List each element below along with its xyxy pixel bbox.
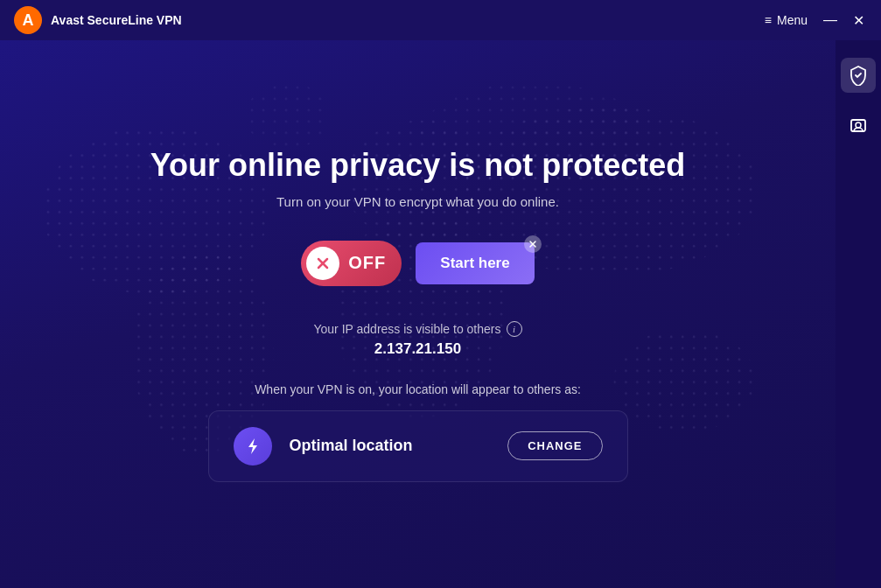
window-controls: — ✕ [822, 11, 867, 29]
ip-section: Your IP address is visible to others i 2… [313, 321, 521, 358]
svg-marker-17 [248, 438, 257, 454]
svg-text:A: A [23, 11, 34, 29]
location-icon [234, 427, 272, 466]
sidebar [836, 40, 881, 588]
main-headline: Your online privacy is not protected [150, 147, 685, 184]
toggle-label: OFF [348, 253, 386, 273]
svg-point-11 [246, 83, 331, 150]
title-bar: A Avast SecureLine VPN ≡ Menu — ✕ [0, 0, 881, 40]
ip-label: Your IP address is visible to others i [313, 321, 521, 337]
start-here-close-button[interactable] [524, 235, 542, 253]
close-button[interactable]: ✕ [850, 11, 867, 29]
svg-rect-2 [851, 120, 865, 131]
person-icon [848, 117, 869, 138]
start-here-button[interactable]: Start here [416, 242, 534, 284]
info-icon[interactable]: i [507, 321, 522, 337]
content-inner: Your online privacy is not protected Tur… [0, 147, 836, 482]
ip-address: 2.137.21.150 [313, 340, 521, 358]
x-icon [315, 256, 331, 271]
hamburger-icon: ≡ [765, 13, 772, 27]
vpn-toggle[interactable]: OFF [301, 241, 402, 286]
toggle-circle [306, 247, 339, 280]
title-bar-left: A Avast SecureLine VPN [14, 6, 182, 34]
minimize-button[interactable]: — [822, 11, 839, 29]
location-description: When your VPN is on, your location will … [255, 382, 581, 396]
location-card: Optimal location CHANGE [208, 410, 628, 482]
location-name: Optimal location [290, 437, 491, 455]
ip-label-text: Your IP address is visible to others [313, 322, 500, 336]
shield-icon [848, 65, 869, 86]
toggle-area: OFF Start here [301, 241, 534, 286]
main-content: Your online privacy is not protected Tur… [0, 40, 836, 588]
title-bar-right: ≡ Menu — ✕ [765, 11, 867, 29]
sidebar-icon-person[interactable] [841, 110, 876, 145]
menu-label: Menu [777, 13, 808, 27]
avast-logo: A [14, 6, 42, 34]
main-subheadline: Turn on your VPN to encrypt what you do … [276, 194, 559, 209]
info-icon-text: i [513, 324, 515, 334]
change-location-button[interactable]: CHANGE [507, 431, 602, 460]
lightning-icon [243, 437, 262, 456]
menu-button[interactable]: ≡ Menu [765, 13, 808, 27]
close-icon [528, 240, 537, 248]
sidebar-icon-shield[interactable] [841, 58, 876, 93]
svg-point-3 [856, 122, 861, 128]
start-here-container: Start here [416, 242, 534, 284]
app-title: Avast SecureLine VPN [51, 13, 182, 27]
